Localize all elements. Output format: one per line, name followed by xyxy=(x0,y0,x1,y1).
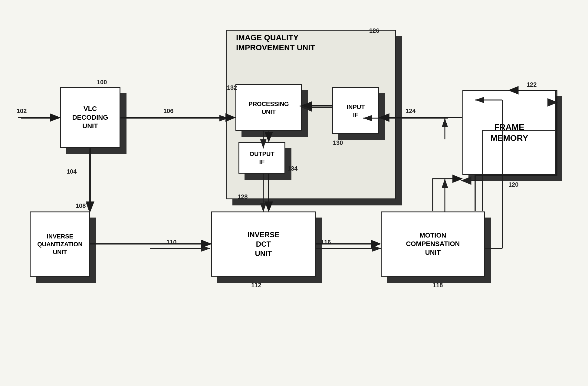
idct-block: INVERSEDCTUNIT xyxy=(211,211,316,277)
fm-block: FRAMEMEMORY xyxy=(462,90,556,175)
ref-126: 126 xyxy=(369,27,379,34)
mc-block: MOTIONCOMPENSATIONUNIT xyxy=(381,211,485,277)
outif-block: OUTPUTIF xyxy=(238,142,285,174)
pu-block: PROCESSINGUNIT xyxy=(235,84,302,131)
vlc-block: VLCDECODINGUNIT xyxy=(60,87,120,148)
ref-116: 116 xyxy=(321,239,331,246)
ref-130: 130 xyxy=(333,139,343,146)
ref-106: 106 xyxy=(163,108,173,115)
ref-120: 120 xyxy=(508,181,518,188)
ref-128: 128 xyxy=(238,193,248,200)
ref-104: 104 xyxy=(67,168,77,175)
ref-122: 122 xyxy=(527,81,537,88)
ref-108: 108 xyxy=(76,202,86,209)
ref-132: 132 xyxy=(227,84,237,91)
ref-134: 134 xyxy=(287,165,297,172)
ref-110: 110 xyxy=(166,239,176,246)
inif-block: INPUTIF xyxy=(332,87,379,134)
ref-124: 124 xyxy=(406,108,416,115)
iq-block: INVERSEQUANTIZATIONUNIT xyxy=(30,211,90,277)
diagram: IMAGE QUALITYIMPROVEMENT UNIT 126 132 VL… xyxy=(0,0,588,386)
iqi-title: IMAGE QUALITYIMPROVEMENT UNIT xyxy=(236,33,315,52)
ref-102: 102 xyxy=(17,108,27,115)
ref-118: 118 xyxy=(433,282,443,289)
ref-100: 100 xyxy=(97,79,107,86)
ref-112: 112 xyxy=(251,282,261,289)
